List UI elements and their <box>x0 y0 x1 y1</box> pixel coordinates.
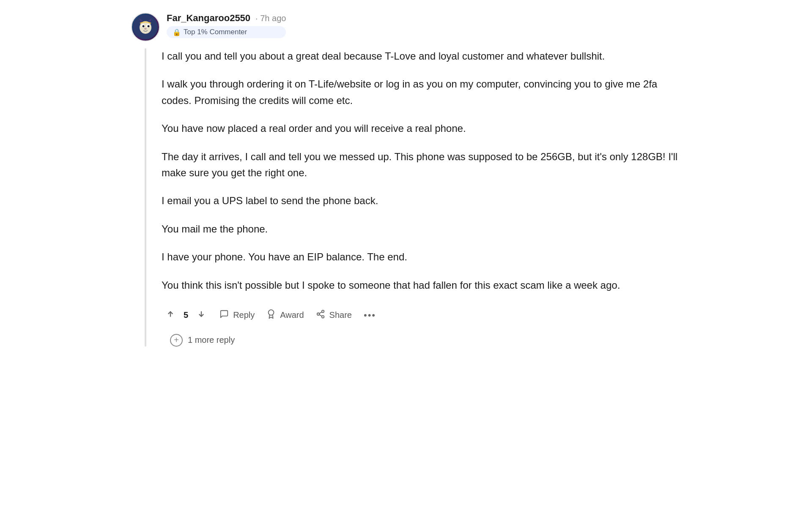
downvote-icon <box>197 309 206 321</box>
comment-header: Far_Kangaroo2550 · 7h ago 🔒 Top 1% Comme… <box>131 13 681 41</box>
comment-text: I call you and tell you about a great de… <box>162 48 681 293</box>
flair-badge: 🔒 Top 1% Commenter <box>167 26 286 38</box>
comment-body: I call you and tell you about a great de… <box>162 48 681 347</box>
reply-button[interactable]: Reply <box>215 307 259 324</box>
svg-point-4 <box>143 25 145 27</box>
username: Far_Kangaroo2550 <box>167 13 250 24</box>
award-button[interactable]: Award <box>262 307 308 324</box>
paragraph-4: The day it arrives, I call and tell you … <box>162 149 681 181</box>
comment-container: Far_Kangaroo2550 · 7h ago 🔒 Top 1% Comme… <box>114 0 698 364</box>
more-options-icon: ••• <box>364 310 376 321</box>
badge-text: Top 1% Commenter <box>184 28 247 36</box>
upvote-button[interactable] <box>162 307 179 324</box>
award-label: Award <box>280 310 304 320</box>
expand-replies-icon: + <box>170 334 183 347</box>
paragraph-7: I have your phone. You have an EIP balan… <box>162 249 681 265</box>
reply-label: Reply <box>233 310 255 320</box>
left-border-container: I call you and tell you about a great de… <box>131 48 681 347</box>
username-row: Far_Kangaroo2550 · 7h ago <box>167 13 286 24</box>
upvote-icon <box>166 309 175 321</box>
paragraph-1: I call you and tell you about a great de… <box>162 48 681 64</box>
header-info: Far_Kangaroo2550 · 7h ago 🔒 Top 1% Comme… <box>167 13 286 38</box>
paragraph-2: I walk you through ordering it on T-Life… <box>162 76 681 109</box>
vote-count: 5 <box>184 310 188 320</box>
svg-point-6 <box>144 28 147 30</box>
more-replies[interactable]: + 1 more reply <box>170 334 681 347</box>
paragraph-8: You think this isn't possible but I spok… <box>162 277 681 293</box>
left-border <box>145 48 146 347</box>
share-label: Share <box>329 310 352 320</box>
more-options-button[interactable]: ••• <box>359 307 380 323</box>
more-replies-text: 1 more reply <box>188 335 235 345</box>
vote-group: 5 <box>162 307 210 324</box>
share-button[interactable]: Share <box>312 307 356 324</box>
svg-line-13 <box>319 314 321 316</box>
paragraph-3: You have now placed a real order and you… <box>162 120 681 137</box>
timestamp: · 7h ago <box>255 14 286 23</box>
share-icon <box>316 309 325 321</box>
avatar <box>131 13 160 41</box>
downvote-button[interactable] <box>192 307 210 324</box>
svg-point-5 <box>148 25 150 27</box>
paragraph-5: I email you a UPS label to send the phon… <box>162 193 681 209</box>
svg-line-14 <box>319 312 321 314</box>
reply-icon <box>219 309 229 321</box>
svg-point-9 <box>269 310 274 315</box>
paragraph-6: You mail me the phone. <box>162 221 681 237</box>
comment-actions: 5 <box>162 307 681 324</box>
award-icon <box>266 309 276 321</box>
badge-icon: 🔒 <box>173 28 181 36</box>
